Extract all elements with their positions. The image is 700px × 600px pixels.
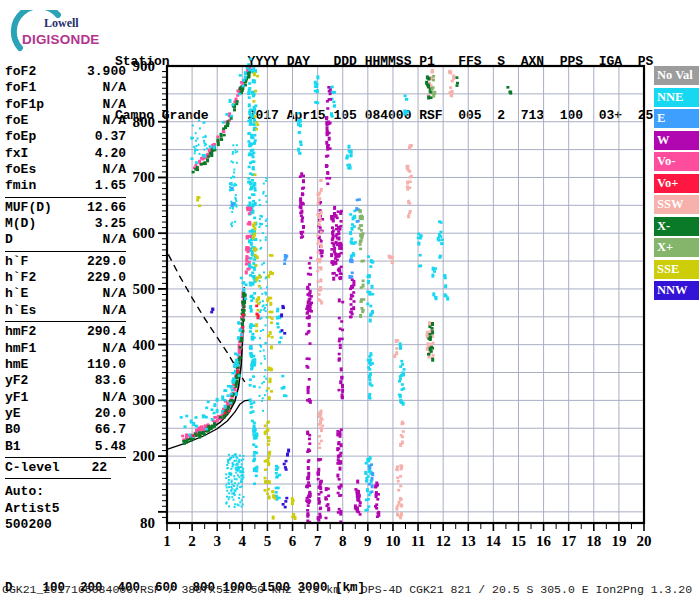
digisonde-ionogram-screen: { "logo": {"top": "Lowell", "bottom": "D… xyxy=(0,0,700,600)
svg-text:14: 14 xyxy=(486,533,502,549)
legend-item-x-: X- xyxy=(654,217,699,236)
source-file-line: CGK21_2017105084000.RSF / 380fx512h 50 k… xyxy=(2,583,692,596)
svg-text:11: 11 xyxy=(411,533,425,549)
svg-text:800: 800 xyxy=(133,114,156,130)
svg-text:17: 17 xyxy=(561,533,577,549)
svg-text:300: 300 xyxy=(133,392,156,408)
svg-text:1: 1 xyxy=(163,533,171,549)
legend-item-x-: X+ xyxy=(654,238,699,257)
svg-text:10: 10 xyxy=(385,533,400,549)
svg-text:700: 700 xyxy=(133,169,156,185)
svg-text:600: 600 xyxy=(133,225,156,241)
echo-clusters xyxy=(190,66,512,524)
legend-item-ssw: SSW xyxy=(654,195,699,214)
svg-text:200: 200 xyxy=(133,448,156,464)
axis-ticks-and-labels: 1234567891011121314151617181920900800700… xyxy=(133,58,652,549)
legend-item-e: E xyxy=(654,109,699,128)
svg-text:15: 15 xyxy=(511,533,526,549)
svg-text:7: 7 xyxy=(314,533,322,549)
plot-grid xyxy=(167,66,644,523)
svg-text:6: 6 xyxy=(289,533,297,549)
svg-text:16: 16 xyxy=(536,533,552,549)
svg-text:13: 13 xyxy=(461,533,476,549)
legend-item-vo-: Vo+ xyxy=(654,174,699,193)
svg-text:12: 12 xyxy=(436,533,451,549)
ionogram-plot: 1234567891011121314151617181920900800700… xyxy=(0,0,700,600)
legend-item-no-val: No Val xyxy=(654,66,699,85)
svg-text:8: 8 xyxy=(339,533,347,549)
legend-item-w: W xyxy=(654,131,699,150)
svg-text:9: 9 xyxy=(364,533,372,549)
legend-item-nnw: NNW xyxy=(654,281,699,300)
svg-text:20: 20 xyxy=(637,533,652,549)
f-layer-traces xyxy=(180,58,253,445)
svg-text:18: 18 xyxy=(586,533,601,549)
svg-text:80: 80 xyxy=(140,515,155,531)
svg-text:3: 3 xyxy=(213,533,221,549)
svg-text:4: 4 xyxy=(239,533,247,549)
plot-frame xyxy=(167,66,644,523)
svg-text:2: 2 xyxy=(188,533,196,549)
svg-text:5: 5 xyxy=(264,533,272,549)
legend-item-nne: NNE xyxy=(654,88,699,107)
legend-item-sse: SSE xyxy=(654,260,699,279)
svg-text:500: 500 xyxy=(133,281,156,297)
doppler-direction-legend: No ValNNEEWVo-Vo+SSWX-X+SSENNW xyxy=(654,66,700,303)
legend-item-vo-: Vo- xyxy=(654,152,699,171)
svg-text:19: 19 xyxy=(611,533,626,549)
svg-text:400: 400 xyxy=(133,337,156,353)
svg-text:900: 900 xyxy=(133,58,156,74)
